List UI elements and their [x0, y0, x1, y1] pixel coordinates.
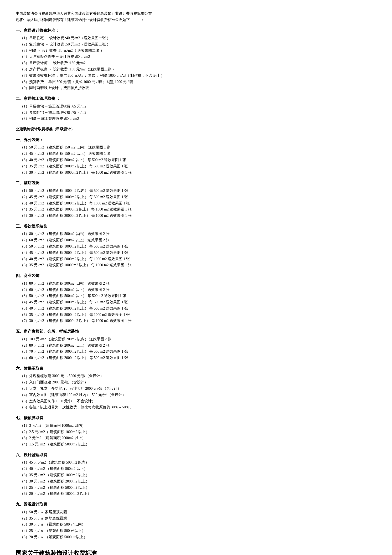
list-item: （3）40 元 /m2 （建筑面积 500m2 以上） 每 500 m2 送效果… [20, 157, 376, 163]
section10-title: 八、设计监理取费 [16, 452, 376, 459]
list-item: （1）45 元／m2 （建筑面积 500 m2 以内） [20, 459, 376, 466]
list-item: （3）35 元 / m2 （建筑面积 1000m2 以上） [20, 472, 376, 478]
section9-items: （1）3 元/m2 （建筑面积 1000m2 以内）（2）2.5 元/ m2（ … [16, 423, 376, 448]
header-line2: 规将中华人民共和国建设部有关建筑装饰行业设计费收费标准公布如下 ： [16, 17, 376, 23]
list-item: （6）20 元 / m2 （建筑面积 10000m2 以上） [20, 491, 376, 497]
section6-items: （1）80 元 /m2 （建筑面积 300m2 以内） 送效果图 2 张（2）6… [16, 280, 376, 324]
section7-title: 五、房产售楼部、会所、样板房装饰 [16, 328, 376, 335]
section9-block: 七、概预算取费 （1）3 元/m2 （建筑面积 1000m2 以内）（2）2.5… [16, 415, 376, 448]
list-item: （2）入口门面改建 2000 元/张 （含设计） [20, 379, 376, 386]
list-item: （1）单层住宅 ─ 施工管理收费 :65 元/m2 [20, 103, 376, 110]
list-item: （1）外观整幢改建 3000 元 ～5000 元/张（含设计） [20, 373, 376, 379]
list-item: （2）60 元 /m2 （建筑面积 500m2 以上） 送效果图 2 张 [20, 237, 376, 243]
section3-block: 一、办公装饰： （1）50 元 /m2 （建筑面积 150 m2 以内） 送效果… [16, 137, 376, 176]
section3-title: 一、办公装饰： [16, 137, 376, 143]
list-item: （2）60 元 /m2 （建筑面积 300m2 以上） 送效果图 2 张 [20, 287, 376, 293]
list-item: （2）2.5 元/ m2（ 建筑面积 1000m2 以上） [20, 429, 376, 435]
list-item: （3）40 元 /m2 （建筑面积 5000m2 以上） 每 1000 m2 送… [20, 200, 376, 207]
big-section-title: 国家关于建筑装饰设计收费标准 [16, 548, 376, 555]
list-item: （3）50 元 /m2 （建筑面积 500m2 以上） 每 500 m2 送效果… [20, 293, 376, 299]
section11-items: （1）50 元 / ㎡ 家居屋顶花园（2）35 元 / ㎡ 别墅庭院景观（3）3… [16, 509, 376, 540]
section1-block: 一、家居设计收费标准： （1）单层住宅 － 设计收费 :40 元/m2（送效果图… [16, 27, 376, 91]
list-item: （5）25 元 / m2 （建筑面积 5000m2 以上） [20, 485, 376, 491]
list-item: （1）单层住宅 － 设计收费 :40 元/m2（送效果图一张 ） [20, 35, 376, 41]
list-item: （2）45 元 /m2 （建筑面积 1000m2 以上） 每 500 m2 送效… [20, 194, 376, 200]
list-item: （3）别墅 ─ 施工管理收费 :80 元/m2 [20, 116, 376, 122]
list-item: （2）45 元 /m2 （建筑面积 150 m2 以上） 送效果图 1 张 [20, 151, 376, 157]
pub-section-title: 公建装饰设计取费标准（甲级设计） [16, 126, 376, 132]
list-item: （4）30 元 / m2 （建筑面积 2000m2 以上） [20, 478, 376, 485]
section3-items: （1）50 元 /m2 （建筑面积 150 m2 以内） 送效果图 1 张（2）… [16, 144, 376, 176]
section4-items: （1）50 元 /m2 （建筑面积 1000m2 以内） 每 500 m2 送效… [16, 188, 376, 219]
list-item: （1）100 元 /m2 （建筑面积 200m2 以内） 送效果图 2 张 [20, 336, 376, 342]
section11-title: 九、景观设计取费 [16, 501, 376, 508]
list-item: （3）70 元 /m2 （建筑面积 1000m2 以上） 每 500 m2 送效… [20, 348, 376, 355]
section7-items: （1）100 元 /m2 （建筑面积 200m2 以内） 送效果图 2 张（2）… [16, 336, 376, 361]
list-item: （7）30 元 /m2 （建筑面积 10000m2 以上） 每 1000 m2 … [20, 318, 376, 324]
list-item: （2）35 元 / ㎡ 别墅庭院景观 [20, 515, 376, 522]
section2-items: （1）单层住宅 ─ 施工管理收费 :65 元/m2（2）复式住宅 ─ 施工管理收… [16, 103, 376, 122]
list-item: （6）备注：以上项目为一次性收费，修改每次收原价的 30％～50％。 [20, 404, 376, 410]
list-item: （4）大户室起点收费 ─ 设计收费 :80 元/m2 [20, 54, 376, 60]
list-item: （1）3 元/m2 （建筑面积 1000m2 以内） [20, 423, 376, 429]
header-line1: 中国装饰协会收费新规中华人民共和国建设部有关建筑装饰行业设计费收费标准公布 [16, 11, 376, 17]
section4-block: 二、酒店装饰 （1）50 元 /m2 （建筑面积 1000m2 以内） 每 50… [16, 180, 376, 219]
list-item: （5）室内效果图制作 1000 元/张 （不含设计） [20, 398, 376, 404]
list-item: （3）别墅 － 设计收费 :60 元/m2（ 送效果图二张 ） [20, 48, 376, 54]
list-item: （2）40 元 / m2 （建筑面积 500m2 以上） [20, 466, 376, 472]
list-item: （3）大堂、礼堂、多功能厅、营业大厅 2000 元/张 （含设计） [20, 386, 376, 392]
list-item: （4）室内效果图（建筑面积 100 m2 以内）1500 元/张 （含设计） [20, 392, 376, 398]
list-item: （2）复式住宅 ─ 施工管理收费 :75 元/m2 [20, 110, 376, 116]
list-item: （3）2 元/m2 （建筑面积 2000m2 以上） [20, 435, 376, 441]
list-item: （5）40 元 /m2 （建筑面积 5000m2 以上） 每 1000 m2 送… [20, 256, 376, 262]
list-item: （7）效果图收费标准 ：单层 800 元/A3； 复式： 别墅 1000 元/A… [20, 73, 376, 79]
list-item: （1）50 元 /m2 （建筑面积 1000m2 以内） 每 500 m2 送效… [20, 188, 376, 194]
list-item: （9）同时两套以上设计 ，费用按八折收取 [20, 85, 376, 91]
section1-items: （1）单层住宅 － 设计收费 :40 元/m2（送效果图一张 ）（2）复式住宅 … [16, 35, 376, 91]
list-item: （1）80 元 /m2 （建筑面积 300m2 以内） 送效果图 2 张 [20, 280, 376, 287]
list-item: （5）首席设计师 － 设计收费 :180 元/m2 [20, 60, 376, 66]
section9-title: 七、概预算取费 [16, 415, 376, 422]
header-block: 中国装饰协会收费新规中华人民共和国建设部有关建筑装饰行业设计费收费标准公布 规将… [16, 11, 376, 23]
section6-title: 四、商业装饰 [16, 273, 376, 279]
section6-block: 四、商业装饰 （1）80 元 /m2 （建筑面积 300m2 以内） 送效果图 … [16, 273, 376, 324]
section7-block: 五、房产售楼部、会所、样板房装饰 （1）100 元 /m2 （建筑面积 200m… [16, 328, 376, 361]
section10-items: （1）45 元／m2 （建筑面积 500 m2 以内）（2）40 元 / m2 … [16, 459, 376, 497]
section11-block: 九、景观设计取费 （1）50 元 / ㎡ 家居屋顶花园（2）35 元 / ㎡ 别… [16, 501, 376, 540]
list-item: （1）50 元 /m2 （建筑面积 150 m2 以内） 送效果图 1 张 [20, 144, 376, 151]
list-item: （8）预算收费 ─ 单层 600 元/套；复式 1000 元 / 套； 别墅 1… [20, 79, 376, 85]
list-item: （4）60 元 /m2 （建筑面积 2000m2 以上） 每 500 m2 送效… [20, 355, 376, 361]
list-item: （3）30 元 / ㎡ （景观面积 500 ㎡以内） [20, 521, 376, 528]
section10-block: 八、设计监理取费 （1）45 元／m2 （建筑面积 500 m2 以内）（2）4… [16, 452, 376, 497]
section2-block: 二、家居施工管理取费 ： （1）单层住宅 ─ 施工管理收费 :65 元/m2（2… [16, 95, 376, 122]
list-item: （5）30 元 /m2 （建筑面积 20000m2 以上） 每 1000 m2 … [20, 213, 376, 219]
section1-title: 一、家居设计收费标准： [16, 27, 376, 34]
list-item: （4）45 元 /m2 （建筑面积 2000m2 以上） 每 500 m2 送效… [20, 250, 376, 256]
list-item: （4）25 元 / ㎡ （景观面积 500 ㎡以上） [20, 528, 376, 534]
list-item: （1）50 元 / ㎡ 家居屋顶花园 [20, 509, 376, 515]
list-item: （6）35 元 /m2 （建筑面积 5000m2 以上） 每 1000 m2 送… [20, 312, 376, 318]
pub-title: 公建装饰设计取费标准（甲级设计） [16, 126, 376, 132]
list-item: （5）20 元 / ㎡ （景观面积 5000 ㎡以上） [20, 534, 376, 540]
list-item: （5）30 元 /m2 （建筑面积 10000m2 以上） 每 1000 m2 … [20, 169, 376, 176]
list-item: （3）50 元 /m2 （建筑面积 1000m2 以上） 每 500 m2 送效… [20, 243, 376, 250]
list-item: （2）80 元 /m2 （建筑面积 200m2 以上） 送效果图 2 张 [20, 342, 376, 349]
list-item: （1）80 元 /m2 （建筑面积 500m2 以内） 送效果图 2 张 [20, 231, 376, 237]
section5-title: 三、餐饮娱乐装饰 [16, 223, 376, 230]
section8-items: （1）外观整幢改建 3000 元 ～5000 元/张（含设计）（2）入口门面改建… [16, 373, 376, 410]
section5-items: （1）80 元 /m2 （建筑面积 500m2 以内） 送效果图 2 张（2）6… [16, 231, 376, 268]
list-item: （4）35 元 /m2 （建筑面积 10000m2 以上） 每 1000 m2 … [20, 206, 376, 213]
section5-block: 三、餐饮娱乐装饰 （1）80 元 /m2 （建筑面积 500m2 以内） 送效果… [16, 223, 376, 268]
section2-title: 二、家居施工管理取费 ： [16, 95, 376, 102]
section8-block: 六、效果图取费 （1）外观整幢改建 3000 元 ～5000 元/张（含设计）（… [16, 365, 376, 410]
list-item: （6）35 元 /m2 （建筑面积 10000m2 以上） 每 1000 m2 … [20, 262, 376, 268]
main-content: 中国装饰协会收费新规中华人民共和国建设部有关建筑装饰行业设计费收费标准公布 规将… [16, 11, 376, 555]
section8-title: 六、效果图取费 [16, 365, 376, 372]
list-item: （2）复式住宅 － 设计收费 :50 元/m2（送效果图二张 ） [20, 41, 376, 48]
list-item: （6）房产样板房 － 设计收费 :100 元/m2（送效果图二张 ） [20, 66, 376, 73]
list-item: （4）45 元 /m2 （建筑面积 1000m2 以上） 每 500 m2 送效… [20, 299, 376, 305]
list-item: （4）1.5 元/ m2 （建筑面积 5000m2 以上） [20, 441, 376, 448]
list-item: （4）35 元 /m2 （建筑面积 2000m2 以上） 每 500 m2 送效… [20, 163, 376, 169]
section4-title: 二、酒店装饰 [16, 180, 376, 187]
list-item: （5）40 元 /m2 （建筑面积 2000m2 以上） 每 500 m2 送效… [20, 305, 376, 312]
